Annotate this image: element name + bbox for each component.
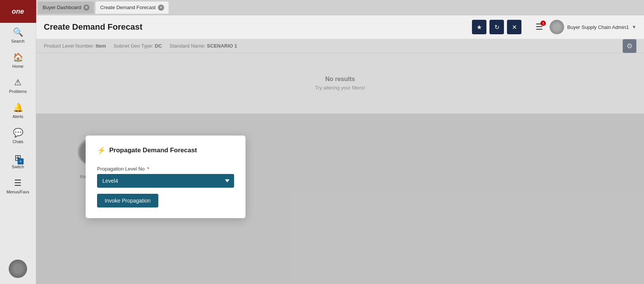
modal-title: Propagate Demand Forecast <box>109 147 197 154</box>
sidebar: one 🔍 Search 🏠 Home ⚠ Problems 🔔 Alerts … <box>0 0 36 284</box>
search-icon: 🔍 <box>13 27 23 37</box>
sidebar-item-home[interactable]: 🏠 Home <box>0 48 36 73</box>
sidebar-item-search[interactable]: 🔍 Search <box>0 23 36 48</box>
tab-close-buyer-dashboard[interactable]: ✕ <box>83 5 89 11</box>
page-title: Create Demand Forecast <box>44 22 142 32</box>
required-indicator: * <box>147 166 149 172</box>
logo-text: one <box>12 8 24 16</box>
sidebar-label-problems: Problems <box>9 89 27 94</box>
sidebar-label-home: Home <box>12 64 23 69</box>
sidebar-item-menus[interactable]: ☰ Menus/Favs <box>0 174 36 199</box>
header-actions: ★ ↻ ✕ ☰ 1 Buyer Supply Chain Admin1 ▼ <box>472 20 636 34</box>
user-info[interactable]: Buyer Supply Chain Admin1 ▼ <box>550 20 636 34</box>
user-name: Buyer Supply Chain Admin1 <box>567 24 629 30</box>
sidebar-item-chats[interactable]: 💬 Chats <box>0 123 36 148</box>
tab-create-demand-forecast[interactable]: Create Demand Forecast ✕ <box>96 2 169 14</box>
modal-body: Propagation Level No * Level1 Level2 Lev… <box>97 166 234 207</box>
sidebar-label-chats: Chats <box>13 139 24 144</box>
close-icon: ✕ <box>512 24 517 31</box>
bell-icon: 🔔 <box>13 103 23 113</box>
page-header: Create Demand Forecast ★ ↻ ✕ ☰ 1 <box>36 15 644 39</box>
warning-icon: ⚠ <box>14 78 22 88</box>
sidebar-label-switch: Switch <box>12 164 24 169</box>
content-area: Product Level Number: Item Subnet Geo Ty… <box>36 39 644 284</box>
switch-badge: ≡ <box>18 158 24 164</box>
main-area: Buyer Dashboard ✕ Create Demand Forecast… <box>36 0 644 284</box>
tab-bar: Buyer Dashboard ✕ Create Demand Forecast… <box>36 0 644 15</box>
favorite-button[interactable]: ★ <box>472 20 486 34</box>
propagation-level-label: Propagation Level No * <box>97 166 234 172</box>
chat-icon: 💬 <box>13 128 23 138</box>
tab-close-create-demand-forecast[interactable]: ✕ <box>158 5 164 11</box>
notification-button[interactable]: ☰ 1 <box>532 20 547 34</box>
user-avatar-sidebar[interactable] <box>9 260 27 278</box>
modal-overlay: ⚡ Propagate Demand Forecast Propagation … <box>36 39 644 284</box>
sidebar-item-alerts[interactable]: 🔔 Alerts <box>0 98 36 123</box>
propagation-level-select[interactable]: Level1 Level2 Level3 Level4 Level5 <box>97 174 234 188</box>
chevron-down-icon: ▼ <box>632 24 636 30</box>
invoke-propagation-button[interactable]: Invoke Propagation <box>97 194 158 207</box>
notification-badge: 1 <box>540 21 546 26</box>
home-icon: 🏠 <box>13 53 23 62</box>
sidebar-item-problems[interactable]: ⚠ Problems <box>0 73 36 98</box>
sidebar-item-switch[interactable]: ⊞ ≡ Switch <box>0 148 36 174</box>
sidebar-label-search: Search <box>11 39 25 43</box>
menu-icon: ☰ <box>14 178 22 188</box>
sidebar-label-alerts: Alerts <box>13 114 23 119</box>
propagate-modal: ⚡ Propagate Demand Forecast Propagation … <box>86 136 245 218</box>
close-button[interactable]: ✕ <box>507 20 521 34</box>
lightning-icon: ⚡ <box>97 146 105 155</box>
user-avatar-header <box>550 20 564 34</box>
refresh-icon: ↻ <box>494 24 499 31</box>
star-icon: ★ <box>477 24 482 31</box>
avatar-image <box>9 260 27 278</box>
refresh-button[interactable]: ↻ <box>489 20 504 34</box>
tab-label-buyer-dashboard: Buyer Dashboard <box>43 5 81 10</box>
app-logo[interactable]: one <box>0 0 36 23</box>
modal-header: ⚡ Propagate Demand Forecast <box>97 146 234 155</box>
notification-area: ☰ 1 Buyer Supply Chain Admin1 ▼ <box>532 20 636 34</box>
sidebar-label-menus: Menus/Favs <box>6 190 29 194</box>
propagation-level-field: Propagation Level No * Level1 Level2 Lev… <box>97 166 234 188</box>
tab-buyer-dashboard[interactable]: Buyer Dashboard ✕ <box>38 2 94 14</box>
tab-label-create-demand-forecast: Create Demand Forecast <box>100 5 156 10</box>
